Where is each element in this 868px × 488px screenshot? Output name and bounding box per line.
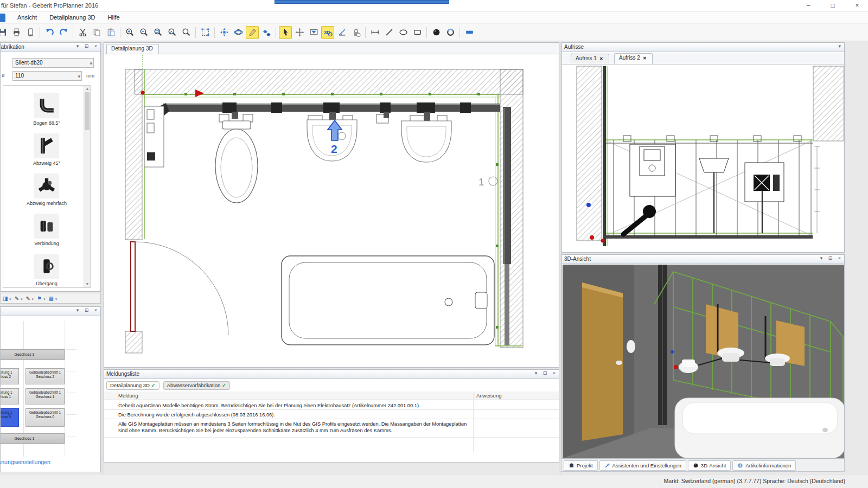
- structure-button[interactable]: Steigleitung 1Geschoss 2: [1, 368, 19, 384]
- filter-system-button[interactable]: ◨ ▾: [3, 296, 11, 301]
- title-accent-strip: [275, 0, 449, 4]
- catalog-filter-bar: ◨ ▾ ✎ ▾ ✎ ▾ ⚑ ▾ ▦ ▾: [0, 293, 101, 304]
- catalog-item-verbindung[interactable]: Verbindung: [3, 214, 90, 246]
- scroll-down-icon[interactable]: ▼: [84, 281, 91, 287]
- minimize-button[interactable]: –: [800, 1, 816, 11]
- select-tool-button[interactable]: [279, 26, 292, 39]
- orbit-icon: [234, 28, 243, 37]
- zoom-all-button[interactable]: [180, 26, 193, 39]
- app-menu-icon[interactable]: [0, 14, 5, 22]
- message-row[interactable]: Alle GIS Montageplatten müssen an mindes…: [118, 421, 470, 436]
- floor-band-bottom[interactable]: Geschoss 1: [1, 433, 65, 444]
- title-bar: für Stefan - Geberit ProPlanner 2016 – □…: [0, 0, 868, 12]
- save-button[interactable]: [0, 26, 9, 39]
- close-tab-icon[interactable]: ✕: [599, 56, 603, 61]
- lock-button[interactable]: [349, 26, 362, 39]
- zoom-previous-icon: [168, 28, 177, 37]
- zoom-in-button[interactable]: [123, 26, 136, 39]
- rectangle-tool-button[interactable]: [411, 26, 424, 39]
- close-tab-icon[interactable]: ✕: [643, 56, 647, 61]
- tab-aufriss-2[interactable]: Aufriss 2✕: [614, 53, 653, 64]
- rectangle-icon: [413, 28, 422, 37]
- calculation-settings-link[interactable]: Berechnungseinstellungen: [1, 459, 50, 465]
- copy-button[interactable]: [90, 26, 103, 39]
- panel-header-buttons[interactable]: ▾ ⊡ ×: [76, 43, 99, 49]
- close-button[interactable]: ×: [849, 1, 865, 11]
- system-select[interactable]: Silent-db20▾: [12, 58, 94, 68]
- paste-button[interactable]: [104, 26, 117, 39]
- menu-detailplanung-3d[interactable]: Detailplanung 3D: [44, 12, 100, 23]
- structure-button[interactable]: Gebäudeabschnitt 1Geschoss 1: [25, 388, 65, 404]
- filter-draw-button[interactable]: ✎ ▾: [15, 296, 23, 301]
- column-meldung[interactable]: Meldung: [118, 393, 138, 399]
- structure-button[interactable]: Steigleitung 1Geschoss 1: [1, 388, 19, 404]
- menu-hilfe[interactable]: Hilfe: [103, 12, 125, 23]
- ellipse-tool-button[interactable]: [397, 26, 410, 39]
- tab-projekt[interactable]: Projekt: [564, 460, 598, 471]
- filter-grid-button[interactable]: ▦ ▾: [48, 296, 57, 301]
- undo-button[interactable]: [43, 26, 56, 39]
- zoom-all-icon: [182, 28, 191, 37]
- check-icon: ✓: [151, 382, 156, 388]
- export-device-button[interactable]: [24, 26, 37, 39]
- elevation-canvas[interactable]: [563, 65, 844, 252]
- plan-canvas[interactable]: 2 1: [105, 55, 558, 367]
- catalog-item-abzweig-mehrfach[interactable]: Abzweig mehrfach: [3, 174, 90, 206]
- catalog-item-bogen[interactable]: Bogen 88.5°: [3, 93, 90, 126]
- tab-aufriss-1[interactable]: Aufriss 1✕: [571, 54, 609, 63]
- structure-button-selected[interactable]: Steigleitung 1Geschoss 0: [1, 408, 19, 427]
- zoom-previous-button[interactable]: [165, 26, 178, 39]
- measure-angle-button[interactable]: [335, 26, 348, 39]
- view-3d-zoom-button[interactable]: [321, 26, 334, 39]
- tab-artikelinformationen[interactable]: Artikelinformationen: [732, 460, 796, 471]
- tab-3d-ansicht[interactable]: 3D-Ansicht: [688, 460, 731, 471]
- menu-ansicht[interactable]: Ansicht: [12, 12, 42, 23]
- filter-flag-button[interactable]: ⚑ ▾: [37, 296, 45, 301]
- render-3d-canvas[interactable]: [563, 265, 844, 458]
- tab-assistenten[interactable]: Assistenten und Einstellungen: [599, 460, 686, 471]
- zoom-extents-button[interactable]: [199, 26, 212, 39]
- cut-button[interactable]: [76, 26, 89, 39]
- scrollbar-thumb[interactable]: [85, 92, 90, 130]
- zoom-window-button[interactable]: [151, 26, 164, 39]
- message-row[interactable]: Die Berechnung wurde erfolgreich abgesch…: [118, 412, 470, 419]
- catalog-item-uebergang[interactable]: Übergang: [3, 254, 90, 286]
- dimension-tool-button[interactable]: [368, 26, 381, 39]
- catalog-scrollbar[interactable]: ▲ ▼: [84, 86, 90, 287]
- structure-button[interactable]: Gebäudeabschnitt 1Geschoss 2: [25, 368, 65, 384]
- torus-tool-button[interactable]: [444, 26, 457, 39]
- redo-icon: [59, 28, 68, 37]
- catalog-item-abzweig45[interactable]: Abzweig 45°: [3, 133, 90, 166]
- orbit-button[interactable]: [232, 26, 245, 39]
- scroll-up-icon[interactable]: ▲: [84, 86, 91, 92]
- panel-header-buttons[interactable]: ▾ ⊡ ×: [76, 307, 99, 313]
- panel-header-buttons[interactable]: ▾: [838, 43, 843, 49]
- messages-tab-detailplanung[interactable]: Detailplanung 3D ✓: [106, 381, 159, 390]
- redo-button[interactable]: [57, 26, 70, 39]
- chevron-down-icon: ▾: [78, 72, 80, 81]
- diameter-select[interactable]: 110▾: [12, 71, 82, 81]
- maximize-button[interactable]: □: [825, 1, 841, 11]
- line-tool-button[interactable]: [382, 26, 395, 39]
- zoom-out-button[interactable]: [137, 26, 150, 39]
- section-tool-button[interactable]: [463, 26, 476, 39]
- messages-tab-abwasser[interactable]: Abwasservorfabrikation ✓: [163, 381, 230, 390]
- multi-branch-fitting-icon: [37, 177, 56, 195]
- panel-header-buttons[interactable]: ▾ ⊡ ×: [820, 255, 843, 261]
- floor-band-top[interactable]: Geschoss 3: [1, 349, 65, 360]
- filter-edit-button[interactable]: ✎ ▾: [25, 296, 34, 301]
- panel-header-buttons[interactable]: ▾ ⊡ ×: [535, 370, 558, 376]
- tab-detailplanung-3d[interactable]: Detailplanung 3D: [106, 44, 159, 54]
- material-view-button[interactable]: [260, 26, 273, 39]
- torus-icon: [446, 28, 455, 37]
- move-tool-button[interactable]: [293, 26, 306, 39]
- pan-icon: [220, 28, 229, 37]
- print-button[interactable]: [10, 26, 23, 39]
- pan-button[interactable]: [218, 26, 231, 39]
- sphere-tool-button[interactable]: [430, 26, 443, 39]
- column-anweisung[interactable]: Anweisung: [476, 393, 501, 399]
- message-row[interactable]: Geberit AquaClean Modelle benötigen Stro…: [118, 402, 470, 410]
- annotate-button[interactable]: [307, 26, 320, 39]
- edit-mode-toggle[interactable]: [246, 26, 259, 39]
- structure-button[interactable]: Gebäudeabschnitt 1Geschoss 0: [25, 408, 65, 427]
